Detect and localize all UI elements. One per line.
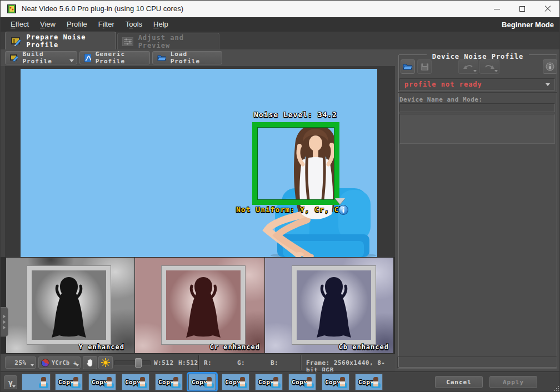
preview-viewport[interactable]: Noise Level: 34.2 Not Uniform: Y, Cr, Cb [5,66,395,257]
profile-status-dropdown[interactable]: profile not ready [399,78,555,91]
undo-dropdown-arrow [473,70,477,72]
copy-frame-button[interactable]: Copy [55,374,83,390]
apply-button[interactable]: Apply [489,376,537,388]
menu-profile[interactable]: Profile [61,17,93,32]
film-pen-icon [10,54,18,62]
red-readout: R: [204,359,212,366]
neat-video-window: Neat Video 5.6.0 Pro plug-in (using 10 C… [0,0,560,392]
channel-label-cb: Cb enhanced [339,343,389,351]
chevron-right-icon [3,320,6,324]
channel-strip: Y enhanced Cr enhanced [1,257,395,353]
copy-frame-button[interactable]: Copy [322,374,349,390]
channel-selection-frame [27,266,111,344]
green-readout: G: [237,359,245,366]
menu-view[interactable]: View [34,17,61,32]
channel-view-cb[interactable]: Cb enhanced [265,258,393,353]
menu-filter[interactable]: Filter [93,17,120,32]
width-readout: W:512 [154,359,174,366]
sun-icon [101,358,110,367]
build-profile-dropdown-arrow[interactable] [69,59,74,62]
pan-tool-button[interactable] [83,356,97,369]
copy-frame-button[interactable]: Copy [88,374,116,390]
noise-selection-box[interactable] [252,122,339,205]
minimize-icon [494,9,500,9]
statusbar-divider [198,355,199,370]
frame-row: γ Copy Copy Copy Copy Copy Copy Copy Cop… [1,371,560,392]
tab-label: Adjust and Preview [138,34,219,49]
copy-frame-button[interactable]: Copy [355,374,383,390]
save-icon [421,63,429,71]
profile-toolbar: Build Profile Generic Profile Load Profi… [1,49,395,66]
sliders-icon [122,37,133,46]
dropdown-arrow-icon [31,364,34,366]
save-profile-button[interactable] [417,59,432,74]
copy-frame-button-selected[interactable]: Copy [188,374,216,390]
info-icon [546,62,554,71]
panel-separator [398,92,557,93]
channel-label-y: Y enhanced [79,343,124,351]
strip-collapse-handle[interactable] [1,307,8,336]
generic-profile-button[interactable]: Generic Profile [79,51,150,64]
maximize-button[interactable] [509,1,535,17]
status-bar: 25% YCrCb + [1,353,395,371]
title-bar[interactable]: Neat Video 5.6.0 Pro plug-in (using 10 C… [1,1,560,17]
current-frame-thumbnail[interactable] [22,374,51,390]
menu-effect[interactable]: Effect [5,17,34,32]
device-notes-area[interactable] [399,114,555,144]
menu-tools[interactable]: Tools [120,17,148,32]
status-message-box [397,356,557,369]
menu-bar: Effect View Profile Filter Tools Help Be… [1,17,560,32]
frame-image[interactable]: Noise Level: 34.2 Not Uniform: Y, Cr, Cb [21,69,377,257]
brightness-slider[interactable] [114,360,151,365]
not-uniform-label: Not Uniform: Y, Cr, Cb [236,205,344,214]
app-icon [7,4,16,13]
minimize-button[interactable] [484,1,509,17]
copy-frame-button[interactable]: Copy [155,374,183,390]
dropdown-arrow-icon [76,364,79,366]
expand-triangle-icon[interactable] [335,198,345,204]
noise-level-label: Noise Level: 34.2 [232,110,359,119]
colorspace-dropdown[interactable]: YCrCb + [38,356,81,369]
curve-icon [84,54,91,62]
brightness-button[interactable] [98,356,113,369]
profile-info-button[interactable] [543,59,557,74]
open-profile-button[interactable] [401,59,415,74]
height-readout: H:512 [178,359,198,366]
close-button[interactable] [535,1,560,17]
beginner-mode-toggle[interactable]: Beginner Mode [502,21,556,29]
redo-dropdown-arrow [494,70,498,72]
redo-button[interactable] [479,59,499,74]
cancel-button[interactable]: Cancel [435,376,483,388]
build-profile-button[interactable]: Build Profile [5,51,77,64]
channel-selection-frame [292,266,376,344]
copy-frame-button[interactable]: Copy [255,374,283,390]
slider-handle[interactable] [135,358,142,368]
film-pen-icon [11,36,22,46]
tab-adjust-and-preview[interactable]: Adjust and Preview [117,33,219,49]
zoom-level-dropdown[interactable]: 25% [5,356,36,369]
close-icon [544,6,551,12]
maximize-icon [519,6,525,12]
channel-label-cr: Cr enhanced [210,343,260,351]
resize-grip[interactable] [553,385,559,391]
info-icon[interactable] [338,205,348,215]
undo-button[interactable] [458,59,478,74]
device-name-input[interactable] [399,103,555,112]
copy-frame-button[interactable]: Copy [122,374,149,390]
copy-frame-button[interactable]: Copy [288,374,316,390]
blue-readout: B: [271,359,278,366]
gamma-button[interactable]: γ [4,375,17,389]
gamma-dropdown-arrow [12,385,16,388]
dropdown-arrow-icon [546,83,550,86]
menu-help[interactable]: Help [148,17,174,32]
channel-art-cr [166,270,241,340]
window-title: Neat Video 5.6.0 Pro plug-in (using 10 C… [22,1,183,17]
channel-view-y[interactable]: Y enhanced [6,258,134,353]
copy-frame-button[interactable]: Copy [222,374,249,390]
statusbar-divider [301,355,302,370]
chevron-right-icon [3,315,6,318]
tab-prepare-noise-profile[interactable]: Prepare Noise Profile [5,32,116,49]
load-profile-button[interactable]: Load Profile [152,51,222,64]
chevron-right-icon [3,326,6,329]
channel-view-cr[interactable]: Cr enhanced [135,258,264,353]
